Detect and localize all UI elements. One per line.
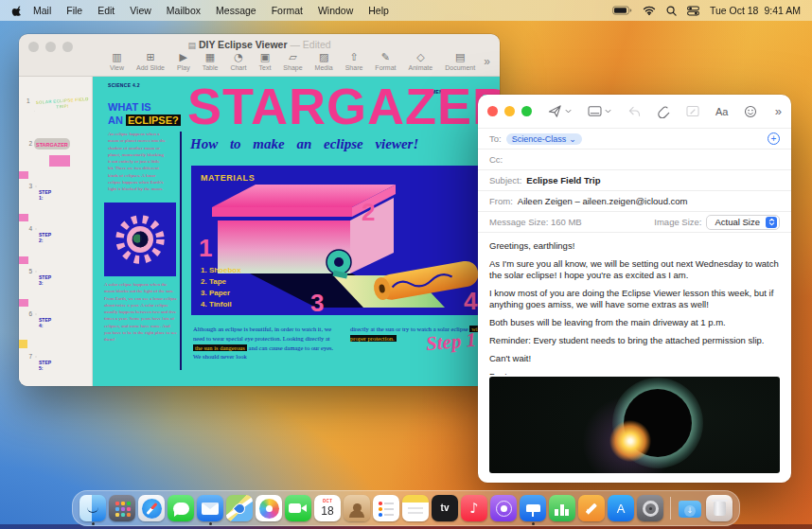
wifi-icon[interactable] xyxy=(643,6,656,15)
eclipse-paragraph-1[interactable]: An eclipse happens when a moon or planet… xyxy=(108,131,167,192)
markup-button[interactable] xyxy=(686,105,699,117)
format-fonts-button[interactable]: Aa xyxy=(715,106,728,117)
slide-subtitle[interactable]: How to make an eclipse viewer! xyxy=(190,136,418,152)
dock-messages[interactable] xyxy=(168,495,194,521)
keynote-toolbar-button[interactable]: ▨ Media xyxy=(315,51,333,71)
dock-tv[interactable]: tv xyxy=(432,495,458,521)
zoom-button[interactable] xyxy=(521,106,532,116)
slide-title[interactable]: STARGAZER xyxy=(187,80,500,132)
toolbar-overflow-icon[interactable]: » xyxy=(775,104,782,118)
image-size-select[interactable]: Actual Size xyxy=(706,215,780,230)
keynote-toolbar-button[interactable]: ◔ Chart xyxy=(230,51,246,71)
toolbar-label: Shape xyxy=(283,64,302,71)
slide-thumbnail-row: 2 STARGAZER xyxy=(19,122,92,165)
dock-downloads[interactable] xyxy=(677,495,703,521)
keynote-toolbar-button[interactable]: ◇ Animate xyxy=(409,51,433,71)
course-label[interactable]: SCIENCE 4.2 xyxy=(108,82,140,88)
keynote-titlebar[interactable]: ▤DIY Eclipse Viewer — Edited ▥ View ⊞ Ad… xyxy=(19,34,500,77)
attach-button[interactable] xyxy=(657,105,670,118)
slide-canvas[interactable]: SCIENCE 4.2 EXPERIMENT #11 WHAT IS AN EC… xyxy=(93,77,500,386)
attachment-eclipse-photo[interactable] xyxy=(489,377,780,473)
dock-contacts[interactable] xyxy=(344,495,370,521)
desktop: MailFileEditViewMailboxMessageFormatWind… xyxy=(0,0,812,529)
dock-keynote[interactable] xyxy=(520,495,546,521)
menu-item[interactable]: Help xyxy=(368,5,389,16)
keynote-window[interactable]: ▤DIY Eclipse Viewer — Edited ▥ View ⊞ Ad… xyxy=(19,34,500,386)
send-button[interactable] xyxy=(548,104,572,118)
materials-list-item: 4. Tinfoil xyxy=(201,299,241,310)
keynote-toolbar-button[interactable]: ▣ Text xyxy=(259,51,272,71)
to-field[interactable]: To: Science-Class⌄ + xyxy=(478,128,791,149)
slide-thumbnail-row: 6 STEP 4: xyxy=(19,292,92,335)
toolbar-overflow-icon[interactable]: » xyxy=(484,55,490,68)
dock-music[interactable] xyxy=(461,495,487,521)
toolbar-icon: ▶ xyxy=(180,51,187,63)
dock-notes[interactable] xyxy=(402,495,429,521)
menu-item[interactable]: Edit xyxy=(97,5,115,16)
keynote-toolbar-button[interactable]: ▱ Shape xyxy=(283,51,302,71)
dock-reminders[interactable] xyxy=(373,495,399,521)
dock-divider[interactable] xyxy=(666,495,674,521)
dock-calendar[interactable]: OCT 18 xyxy=(314,495,341,521)
menu-item[interactable]: Mail xyxy=(33,5,51,16)
dock-podcasts[interactable] xyxy=(490,495,517,521)
cc-field[interactable]: Cc: xyxy=(478,149,791,169)
materials-label: MATERIALS xyxy=(201,173,255,183)
menu-item[interactable]: Message xyxy=(216,5,256,16)
dock-appstore[interactable]: A xyxy=(608,495,634,521)
toolbar-label: Chart xyxy=(230,64,246,71)
dock-mail[interactable] xyxy=(197,495,223,521)
subject-field[interactable]: Subject: Eclipse Field Trip xyxy=(478,169,791,190)
close-button[interactable] xyxy=(487,106,498,116)
materials-panel[interactable]: MATERIALS xyxy=(191,166,496,315)
dock-maps[interactable] xyxy=(226,495,253,521)
dock-numbers[interactable] xyxy=(549,495,575,521)
message-paragraph: Both buses will be leaving from the main… xyxy=(489,317,780,328)
dock-finder[interactable] xyxy=(79,495,106,521)
from-field[interactable]: From: Aileen Zeigen – aileen.zeigen@iclo… xyxy=(478,190,791,211)
mail-compose-window[interactable]: Aa » To: Science-Class⌄ + Cc: Subject: E… xyxy=(478,95,791,483)
message-body[interactable]: Greetings, earthlings!As I'm sure you al… xyxy=(478,232,791,375)
slide-thumbnail[interactable]: STARGAZER xyxy=(36,140,68,148)
battery-icon[interactable] xyxy=(612,6,632,15)
header-fields-button[interactable] xyxy=(588,105,611,117)
keynote-toolbar-button[interactable]: ✎ Format xyxy=(375,51,396,71)
minimize-button[interactable] xyxy=(504,106,515,116)
slide-thumbnail-row: 7 STEP 5: xyxy=(19,335,92,378)
to-recipient-token[interactable]: Science-Class⌄ xyxy=(506,133,582,145)
step-1-annotation[interactable]: Step 1 xyxy=(425,328,477,357)
dock-safari[interactable] xyxy=(138,495,165,521)
reply-button[interactable] xyxy=(627,105,641,117)
slide-thumbnail[interactable]: SOLAR ECLIPSE FIELD TRIP! xyxy=(34,91,90,110)
dock-launchpad[interactable] xyxy=(109,495,135,521)
dock-photos[interactable] xyxy=(256,495,282,521)
apple-menu-icon[interactable] xyxy=(11,4,22,18)
emoji-button[interactable] xyxy=(744,105,757,118)
sun-illustration[interactable] xyxy=(104,203,176,276)
keynote-toolbar-button[interactable]: ⊞ Add Slide xyxy=(136,51,165,71)
dock-settings[interactable] xyxy=(637,495,663,521)
menu-item[interactable]: Window xyxy=(318,5,353,16)
search-icon[interactable] xyxy=(666,6,677,16)
toolbar-icon: ◇ xyxy=(416,51,424,63)
dock-facetime[interactable] xyxy=(285,495,311,521)
menu-item[interactable]: File xyxy=(66,5,82,16)
menu-item[interactable]: Mailbox xyxy=(167,5,201,16)
warning-text-left[interactable]: Although an eclipse is beautiful, in ord… xyxy=(193,325,337,361)
control-center-icon[interactable] xyxy=(687,6,699,16)
keynote-toolbar-button[interactable]: ▦ Table xyxy=(203,51,219,71)
keynote-toolbar-button[interactable]: ⇧ Share xyxy=(345,51,363,71)
dock-trash[interactable] xyxy=(706,495,733,521)
add-recipient-button[interactable]: + xyxy=(768,132,780,145)
slide-number: 4 xyxy=(19,225,32,232)
eclipse-paragraph-2[interactable]: A solar eclipse happens when the moon bl… xyxy=(104,281,178,343)
keynote-toolbar-button[interactable]: ▶ Play xyxy=(177,51,190,71)
toolbar-label: Add Slide xyxy=(136,64,165,71)
what-is-headline[interactable]: WHAT IS AN ECLIPSE? xyxy=(108,101,181,128)
keynote-toolbar-button[interactable]: ▤ Document xyxy=(445,51,475,71)
menu-item[interactable]: Format xyxy=(272,5,303,16)
menu-clock[interactable]: Tue Oct 18 9:41 AM xyxy=(710,5,801,16)
keynote-toolbar-button[interactable]: ▥ View xyxy=(110,51,124,71)
dock-pages[interactable] xyxy=(578,495,605,521)
menu-item[interactable]: View xyxy=(130,5,151,16)
